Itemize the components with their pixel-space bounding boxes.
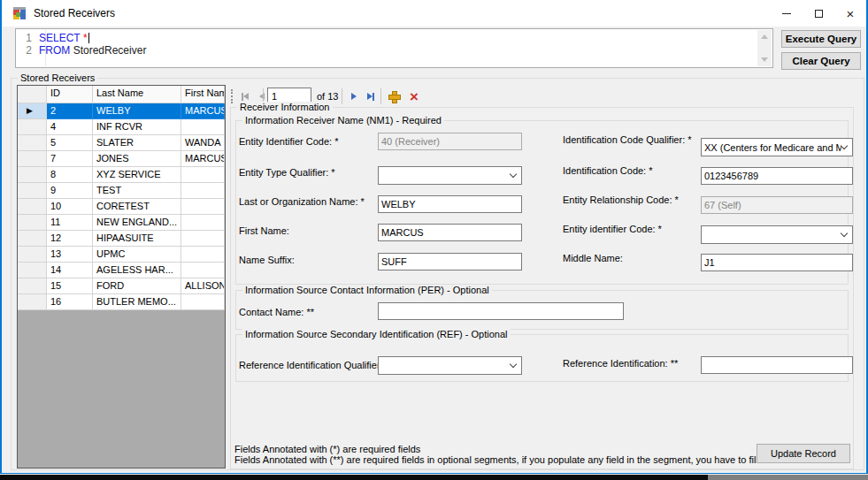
reference-identification-field[interactable] — [701, 356, 853, 374]
row-selector[interactable]: ▶ — [18, 215, 47, 231]
cell-first-name[interactable] — [181, 247, 225, 263]
cell-last-name[interactable]: HIPAASUITE — [93, 231, 181, 247]
table-row[interactable]: ▶ 16 BUTLER MEMO... — [18, 294, 225, 310]
cell-first-name[interactable] — [181, 199, 225, 215]
cell-first-name[interactable]: ALLISON — [181, 278, 225, 294]
cell-last-name[interactable]: UPMC — [93, 247, 181, 263]
update-record-button[interactable]: Update Record — [757, 444, 850, 463]
scroll-down-icon[interactable] — [761, 57, 768, 62]
identification-code-qualifier-label: Identification Code Qualifier: * — [563, 134, 692, 145]
table-row[interactable]: ▶ 12 HIPAASUITE — [18, 231, 225, 247]
cell-first-name[interactable] — [181, 119, 225, 135]
cell-last-name[interactable]: INF RCVR — [93, 119, 181, 135]
row-selector[interactable]: ▶ — [18, 103, 47, 119]
cell-last-name[interactable]: CORETEST — [93, 199, 181, 215]
row-selector[interactable]: ▶ — [18, 151, 47, 167]
table-row[interactable]: ▶ 15 FORD ALLISON — [18, 278, 225, 294]
column-header-last-name[interactable]: Last Name — [93, 86, 181, 103]
chevron-down-icon — [841, 230, 848, 237]
row-selector[interactable]: ▶ — [18, 263, 47, 278]
delete-record-button[interactable]: × — [404, 87, 424, 106]
cell-first-name[interactable] — [181, 215, 225, 231]
row-selector[interactable]: ▶ — [18, 231, 47, 247]
title-bar: Stored Receivers × — [2, 0, 866, 27]
cell-id[interactable]: 13 — [47, 247, 93, 263]
cell-last-name[interactable]: BUTLER MEMO... — [93, 294, 181, 310]
row-selector[interactable]: ▶ — [18, 119, 47, 135]
cell-last-name[interactable]: AGELESS HAR... — [93, 263, 181, 278]
execute-query-button[interactable]: Execute Query — [781, 30, 861, 48]
cell-first-name[interactable]: MARCUS — [181, 103, 225, 119]
cell-id[interactable]: 5 — [47, 135, 93, 151]
cell-last-name[interactable]: SLATER — [93, 135, 181, 151]
close-button[interactable]: × — [834, 0, 866, 27]
reference-identification-qualifier-combo[interactable] — [378, 356, 522, 375]
cell-first-name[interactable] — [181, 231, 225, 247]
cell-id[interactable]: 2 — [47, 103, 93, 119]
clear-query-button[interactable]: Clear Query — [781, 52, 861, 70]
table-row[interactable]: ▶ 5 SLATER WANDA — [18, 135, 225, 151]
row-selector[interactable]: ▶ — [18, 183, 47, 199]
cell-last-name[interactable]: FORD — [93, 278, 181, 294]
toolbar-grip[interactable] — [231, 89, 233, 103]
cell-id[interactable]: 7 — [47, 151, 93, 167]
table-row[interactable]: ▶ 11 NEW ENGLAND... — [18, 215, 225, 231]
cell-id[interactable]: 12 — [47, 231, 93, 247]
name-suffix-field[interactable] — [378, 253, 522, 270]
middle-name-field[interactable] — [701, 254, 853, 271]
desktop-strip-dark — [0, 475, 708, 480]
row-selector[interactable]: ▶ — [18, 247, 47, 263]
cell-last-name[interactable]: NEW ENGLAND... — [93, 215, 181, 231]
table-row[interactable]: ▶ 10 CORETEST — [18, 199, 225, 215]
cell-last-name[interactable]: TEST — [93, 183, 181, 199]
cell-id[interactable]: 8 — [47, 167, 93, 183]
add-record-button[interactable] — [384, 87, 403, 106]
contact-name-field[interactable] — [378, 302, 624, 320]
cell-id[interactable]: 9 — [47, 183, 93, 199]
cell-first-name[interactable] — [181, 183, 225, 199]
table-row[interactable]: ▶ 2 WELBY MARCUS — [18, 103, 225, 119]
cell-first-name[interactable] — [181, 263, 225, 278]
cell-last-name[interactable]: XYZ SERVICE — [93, 167, 181, 183]
table-row[interactable]: ▶ 8 XYZ SERVICE — [18, 167, 225, 183]
column-header-first-name[interactable]: First Name — [181, 86, 225, 103]
editor-scrollbar[interactable] — [757, 30, 772, 66]
cell-first-name[interactable] — [181, 294, 225, 310]
cell-id[interactable]: 4 — [47, 119, 93, 135]
sql-query-editor[interactable]: 1SELECT * 2FROM StoredReceiver — [15, 28, 773, 68]
cell-id[interactable]: 16 — [47, 294, 93, 310]
cell-first-name[interactable] — [181, 167, 225, 183]
cell-id[interactable]: 10 — [47, 199, 93, 215]
last-or-organization-name-field[interactable] — [378, 195, 522, 213]
identification-code-field[interactable] — [701, 167, 853, 185]
minimize-button[interactable] — [771, 0, 803, 27]
cell-first-name[interactable]: MARCUS — [181, 151, 225, 167]
row-selector[interactable]: ▶ — [18, 199, 47, 215]
table-row[interactable]: ▶ 4 INF RCVR — [18, 119, 225, 135]
table-row[interactable]: ▶ 7 JONES MARCUS — [18, 151, 225, 167]
row-selector[interactable]: ▶ — [18, 135, 47, 151]
cell-first-name[interactable]: WANDA — [181, 135, 225, 151]
table-row[interactable]: ▶ 14 AGELESS HAR... — [18, 263, 225, 278]
row-selector[interactable]: ▶ — [18, 278, 47, 294]
cell-id[interactable]: 14 — [47, 263, 93, 278]
first-name-field[interactable] — [378, 224, 522, 241]
stored-receivers-grid[interactable]: ID Last Name First Name ▶ 2 WELBY MARCUS… — [17, 85, 226, 469]
cell-last-name[interactable]: JONES — [93, 151, 181, 167]
entity-identifier-code2-combo[interactable] — [701, 225, 853, 244]
move-last-button[interactable] — [361, 87, 380, 106]
grid-corner-cell[interactable] — [18, 86, 47, 103]
maximize-button[interactable] — [803, 0, 834, 27]
row-selector[interactable]: ▶ — [18, 294, 47, 310]
cell-id[interactable]: 15 — [47, 278, 93, 294]
column-header-id[interactable]: ID — [47, 86, 93, 103]
cell-last-name[interactable]: WELBY — [93, 103, 181, 119]
cell-id[interactable]: 11 — [47, 215, 93, 231]
identification-code-qualifier-combo[interactable]: XX (Centers for Medicare and Medicaid — [701, 138, 853, 156]
row-selector[interactable]: ▶ — [18, 167, 47, 183]
table-row[interactable]: ▶ 9 TEST — [18, 183, 225, 199]
entity-type-qualifier-combo[interactable] — [378, 166, 522, 185]
table-row[interactable]: ▶ 13 UPMC — [18, 247, 225, 263]
scroll-up-icon[interactable] — [761, 34, 768, 39]
query-line: 1SELECT * — [19, 32, 89, 44]
